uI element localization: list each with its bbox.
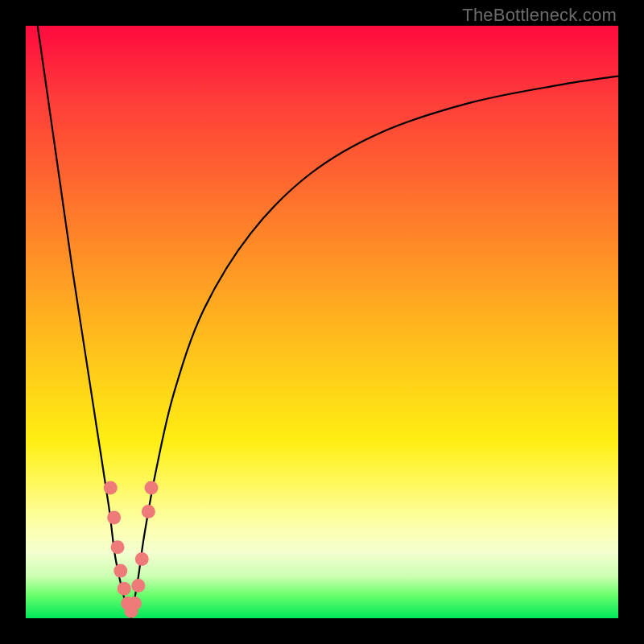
highlight-dot — [114, 564, 127, 578]
watermark-text: TheBottleneck.com — [462, 5, 617, 26]
highlight-dot — [128, 597, 142, 610]
highlight-dot — [104, 481, 118, 495]
highlight-dot — [118, 582, 131, 596]
curve-svg — [26, 26, 618, 618]
highlight-dot — [145, 481, 159, 495]
highlight-dot — [135, 552, 149, 566]
left-branch-curve — [38, 26, 131, 618]
outer-frame: TheBottleneck.com — [0, 0, 644, 644]
highlight-dot — [142, 505, 155, 518]
highlight-dot — [107, 510, 121, 524]
highlight-dot — [111, 540, 125, 554]
highlight-dot — [131, 579, 145, 592]
right-branch-curve — [131, 76, 618, 618]
plot-area — [26, 26, 618, 618]
